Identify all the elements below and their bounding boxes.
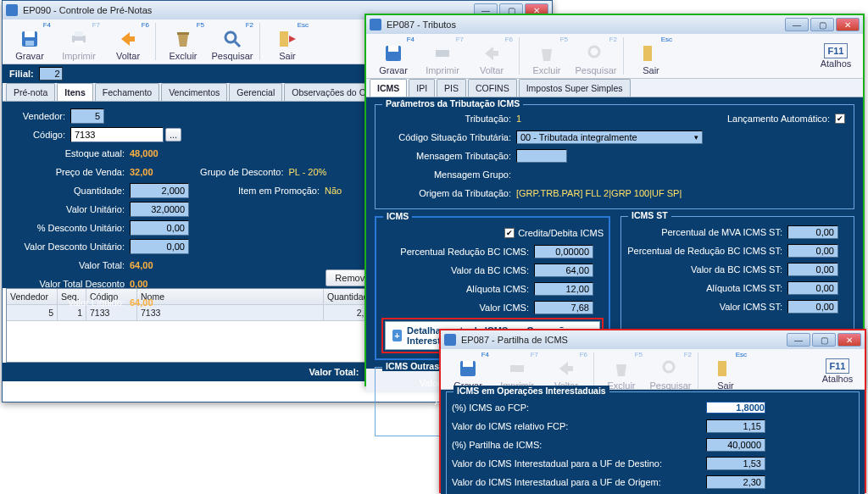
print-icon: [507, 358, 527, 379]
atalhos-button[interactable]: F11Atalhos: [814, 351, 861, 391]
vt-value: 64,00: [130, 260, 153, 270]
svg-rect-6: [177, 32, 189, 35]
pesquisar-button[interactable]: F2Pesquisar: [647, 351, 694, 391]
titlebar-partilha[interactable]: EP087 - Partilha de ICMS ― ▢ ✕: [441, 330, 865, 349]
gravar-button[interactable]: F4 Gravar: [6, 21, 53, 62]
grupo-desc-value: PL - 20%: [289, 167, 327, 177]
max-button[interactable]: ▢: [810, 18, 834, 31]
tab-icms[interactable]: ICMS: [370, 79, 407, 97]
orig-val: 2,30: [706, 475, 765, 489]
tab-vencimentos[interactable]: Vencimentos: [161, 83, 227, 101]
filial-label: Filial:: [9, 69, 34, 79]
voltar-button[interactable]: F6 Voltar: [104, 21, 152, 62]
tab-ipi[interactable]: IPI: [409, 79, 435, 97]
close-button[interactable]: ✕: [837, 333, 861, 347]
codigo-input[interactable]: [70, 127, 164, 142]
svg-rect-4: [75, 31, 83, 36]
pdu-value: 0,00: [130, 220, 189, 236]
codigo-lookup-button[interactable]: ...: [165, 128, 181, 142]
tab-pis[interactable]: PIS: [437, 79, 466, 97]
app-icon: [6, 4, 18, 16]
msg-trib-input[interactable]: [516, 149, 567, 163]
tab-fechamento[interactable]: Fechamento: [95, 83, 159, 101]
group-partilha: ICMS em Operações Interestaduais (%) ICM…: [446, 391, 860, 494]
vu-value: 32,0000: [130, 202, 189, 217]
dest-val: 1,53: [706, 457, 765, 470]
tab-supersimples[interactable]: Impostos Super Simples: [519, 79, 631, 97]
app-icon: [444, 334, 456, 346]
back-icon: [481, 43, 502, 64]
vendedor-input[interactable]: [70, 108, 104, 124]
save-icon: [383, 43, 403, 64]
tab-cofins[interactable]: COFINS: [468, 79, 517, 97]
print-icon: [69, 29, 89, 49]
group-parametros: Parâmetros da Tributação ICMS Tributação…: [375, 104, 854, 209]
voltar-button[interactable]: F6Voltar: [468, 36, 515, 76]
min-button[interactable]: ―: [787, 333, 810, 347]
min-button[interactable]: ―: [785, 18, 809, 31]
imprimir-button[interactable]: F7Imprimir: [419, 36, 466, 76]
exit-icon: [715, 358, 736, 379]
fcp-val: 1,15: [706, 419, 765, 433]
sair-button[interactable]: Esc Sair: [264, 21, 311, 62]
atalhos-button[interactable]: F11Atalhos: [812, 36, 860, 76]
item-promo-value: Não: [325, 186, 342, 196]
pesquisar-button[interactable]: F2 Pesquisar: [209, 21, 256, 62]
sair-button[interactable]: EscSair: [702, 351, 749, 391]
part-val: 40,0000: [706, 438, 765, 452]
save-icon: [458, 358, 478, 379]
qtd-value: 2,000: [130, 183, 189, 198]
tab-itens[interactable]: Itens: [57, 83, 93, 101]
back-icon: [556, 358, 576, 379]
svg-point-7: [225, 32, 236, 42]
gravar-button[interactable]: F4Gravar: [370, 36, 417, 76]
filial-input[interactable]: [39, 67, 63, 80]
toolbar: F4Gravar F7Imprimir F6Voltar F5Excluir F…: [441, 349, 865, 390]
search-icon: [222, 29, 242, 49]
tab-prenota[interactable]: Pré-nota: [6, 83, 55, 101]
toolbar: F4Gravar F7Imprimir F6Voltar F5Excluir F…: [366, 34, 863, 79]
save-icon: [19, 29, 40, 49]
excluir-button[interactable]: F5Excluir: [523, 36, 570, 76]
vl-value: 64,00: [130, 297, 153, 308]
window-title: EP087 - Tributos: [387, 19, 785, 30]
search-icon: [586, 43, 606, 64]
svg-point-13: [589, 47, 599, 57]
svg-rect-11: [388, 46, 398, 52]
svg-point-18: [664, 362, 674, 372]
vdu-value: 0,00: [130, 239, 189, 254]
max-button[interactable]: ▢: [812, 333, 836, 347]
print-icon: [432, 43, 453, 64]
estoque-value: 48,000: [130, 148, 159, 158]
svg-line-8: [235, 42, 240, 47]
trash-icon: [611, 358, 632, 379]
fcp-pct-input[interactable]: [706, 402, 765, 414]
trash-icon: [537, 43, 557, 64]
vtd-value: 0,00: [130, 279, 147, 289]
svg-rect-14: [643, 46, 652, 61]
imprimir-button[interactable]: F7 Imprimir: [55, 21, 103, 62]
sair-button[interactable]: EscSair: [627, 36, 675, 76]
cod-sit-select[interactable]: 00 - Tributada integralmente▾: [516, 130, 703, 144]
back-icon: [118, 29, 138, 49]
svg-rect-5: [75, 41, 83, 46]
svg-rect-12: [436, 50, 449, 57]
titlebar-tributos[interactable]: EP087 - Tributos ― ▢ ✕: [366, 15, 863, 34]
plus-icon: +: [392, 330, 402, 341]
window-partilha: EP087 - Partilha de ICMS ― ▢ ✕ F4Gravar …: [439, 329, 866, 493]
tabs: ICMS IPI PIS COFINS Impostos Super Simpl…: [366, 79, 863, 97]
exit-icon: [641, 43, 661, 64]
svg-rect-1: [25, 31, 35, 37]
preco-value: 32,00: [130, 167, 153, 177]
svg-rect-9: [280, 31, 288, 47]
exit-icon: [277, 29, 298, 49]
search-icon: [660, 358, 681, 379]
pesquisar-button[interactable]: F2Pesquisar: [572, 36, 620, 76]
excluir-button[interactable]: F5 Excluir: [159, 21, 207, 62]
window-title: EP087 - Partilha de ICMS: [461, 335, 787, 345]
credita-checkbox[interactable]: ✔: [504, 228, 515, 238]
lanc-auto-checkbox[interactable]: ✔: [835, 114, 845, 124]
close-button[interactable]: ✕: [836, 18, 860, 31]
svg-rect-16: [463, 361, 473, 367]
tab-gerencial[interactable]: Gerencial: [229, 83, 282, 101]
